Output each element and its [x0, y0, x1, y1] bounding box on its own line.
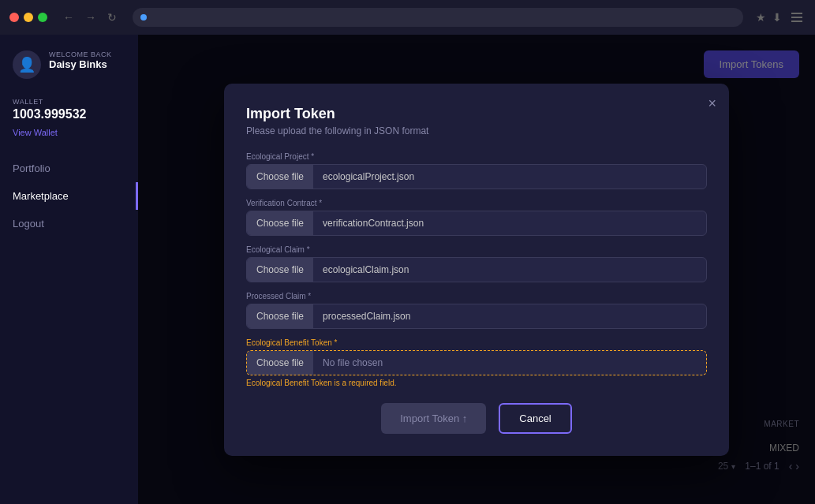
- choose-file-btn-4[interactable]: Choose file: [247, 351, 313, 375]
- import-token-button[interactable]: Import Token ↑: [381, 403, 486, 434]
- download-icon[interactable]: ⬇: [772, 11, 782, 24]
- star-icon[interactable]: ★: [756, 11, 766, 24]
- file-name-1: verificationContract.json: [313, 211, 706, 235]
- app-layout: 👤 WELCOME BACK Daisy Binks WALLET 1003.9…: [0, 35, 815, 504]
- label-verification-contract: Verification Contract *: [246, 199, 707, 207]
- label-processed-claim: Processed Claim *: [246, 292, 707, 301]
- sidebar-item-portfolio[interactable]: Portfolio: [13, 155, 125, 182]
- browser-actions: ★ ⬇: [756, 9, 806, 25]
- menu-icon[interactable]: [788, 9, 806, 25]
- modal-close-button[interactable]: ×: [708, 96, 716, 110]
- welcome-label: WELCOME BACK: [49, 50, 112, 58]
- refresh-icon[interactable]: ↻: [104, 9, 120, 25]
- file-input-processed-claim: Choose file processedClaim.json: [246, 304, 707, 329]
- field-ecological-claim: Ecological Claim * Choose file ecologica…: [246, 245, 707, 282]
- file-input-ecological-claim: Choose file ecologicalClaim.json: [246, 257, 707, 282]
- view-wallet-link[interactable]: View Wallet: [13, 128, 58, 137]
- file-name-2: ecologicalClaim.json: [313, 258, 706, 282]
- modal-actions: Import Token ↑ Cancel: [246, 403, 707, 434]
- cancel-button[interactable]: Cancel: [499, 403, 571, 434]
- file-name-3: processedClaim.json: [313, 304, 706, 328]
- file-name-4: No file chosen: [313, 351, 706, 375]
- sidebar-item-marketplace[interactable]: Marketplace: [13, 182, 125, 210]
- field-verification-contract: Verification Contract * Choose file veri…: [246, 199, 707, 236]
- browser-nav: ← → ↻: [60, 9, 120, 25]
- wallet-label: WALLET: [13, 98, 125, 106]
- user-name: Daisy Binks: [49, 58, 112, 70]
- user-info: WELCOME BACK Daisy Binks: [49, 50, 112, 70]
- browser-chrome: ← → ↻ ★ ⬇: [0, 0, 815, 35]
- sidebar: 👤 WELCOME BACK Daisy Binks WALLET 1003.9…: [0, 35, 138, 504]
- choose-file-btn-1[interactable]: Choose file: [247, 211, 313, 235]
- sidebar-nav: Portfolio Marketplace Logout: [13, 155, 125, 237]
- label-ecological-claim: Ecological Claim *: [246, 245, 707, 254]
- file-name-0: ecologicalProject.json: [313, 165, 706, 189]
- modal-subtitle: Please upload the following in JSON form…: [246, 125, 707, 136]
- nav-back[interactable]: ←: [60, 9, 77, 25]
- nav-forward[interactable]: →: [82, 9, 99, 25]
- file-input-ecological-benefit-token: Choose file No file chosen: [246, 350, 707, 375]
- dot-red[interactable]: [9, 13, 19, 22]
- label-ecological-project: Ecological Project *: [246, 152, 707, 161]
- field-error-ecological-benefit-token: Ecological Benefit Token is a required f…: [246, 379, 707, 387]
- field-processed-claim: Processed Claim * Choose file processedC…: [246, 292, 707, 329]
- address-bar[interactable]: [133, 8, 743, 27]
- choose-file-btn-3[interactable]: Choose file: [247, 304, 313, 328]
- modal-overlay: × Import Token Please upload the followi…: [138, 35, 815, 504]
- dot-yellow[interactable]: [24, 13, 33, 22]
- address-dot: [140, 14, 147, 21]
- main-content: Import Tokens PRICE PER TOKEN MARKET 1 M…: [138, 35, 815, 504]
- modal-title: Import Token: [246, 106, 707, 122]
- field-ecological-project: Ecological Project * Choose file ecologi…: [246, 152, 707, 189]
- field-ecological-benefit-token: Ecological Benefit Token * Choose file N…: [246, 338, 707, 387]
- dot-green[interactable]: [38, 13, 47, 22]
- choose-file-btn-0[interactable]: Choose file: [247, 165, 313, 189]
- choose-file-btn-2[interactable]: Choose file: [247, 258, 313, 282]
- file-input-ecological-project: Choose file ecologicalProject.json: [246, 164, 707, 189]
- sidebar-item-logout[interactable]: Logout: [13, 210, 125, 237]
- avatar: 👤: [13, 50, 41, 79]
- browser-dots: [9, 13, 47, 22]
- wallet-amount: 1003.999532: [13, 107, 125, 121]
- label-ecological-benefit-token: Ecological Benefit Token *: [246, 338, 707, 347]
- import-token-modal: × Import Token Please upload the followi…: [224, 84, 729, 456]
- file-input-verification-contract: Choose file verificationContract.json: [246, 211, 707, 236]
- user-section: 👤 WELCOME BACK Daisy Binks: [13, 50, 125, 79]
- wallet-section: WALLET 1003.999532 View Wallet: [13, 98, 125, 139]
